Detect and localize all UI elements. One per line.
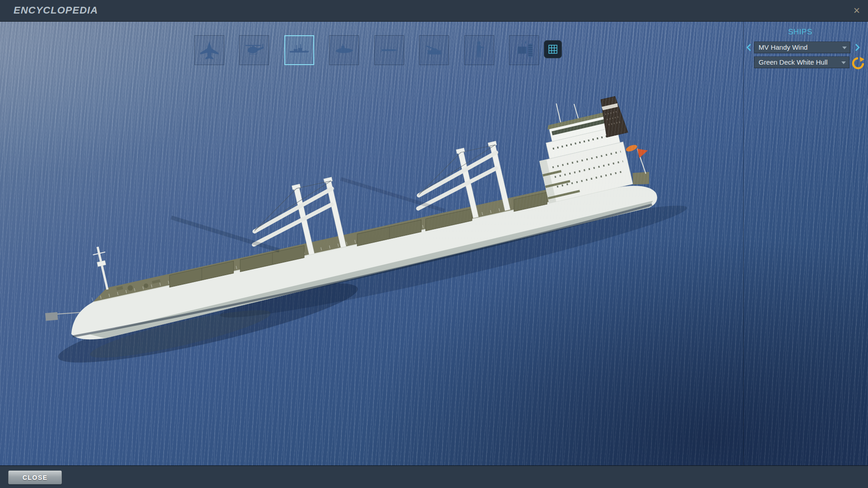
livery-select-value: Green Deck White Hull <box>759 58 828 66</box>
ships-panel: SHIPS MV Handy Wind Green Deck White Hul… <box>743 21 868 465</box>
category-infantry-button[interactable] <box>464 35 494 65</box>
tank-icon <box>424 40 444 61</box>
grid-view-icon <box>548 44 558 54</box>
category-toolbar <box>0 35 868 67</box>
livery-select[interactable]: Green Deck White Hull <box>754 56 849 68</box>
submarine-icon <box>334 40 354 61</box>
chevron-left-icon <box>746 43 751 52</box>
panel-title: SHIPS <box>744 28 857 37</box>
category-helicopters-button[interactable] <box>239 35 269 65</box>
category-vehicles-button[interactable] <box>419 35 449 65</box>
rotate-model-button[interactable] <box>851 56 865 70</box>
cargo-crane-icon <box>514 40 534 61</box>
category-submarines-button[interactable] <box>329 35 359 65</box>
category-airplanes-button[interactable] <box>194 35 224 65</box>
category-ships-button[interactable] <box>284 35 314 65</box>
soldier-icon <box>469 40 490 61</box>
model-viewport[interactable] <box>0 21 868 465</box>
missile-icon <box>379 40 400 61</box>
title-bar: ENCYCLOPEDIA ✕ <box>0 0 868 22</box>
close-icon[interactable]: ✕ <box>851 5 863 16</box>
next-unit-button[interactable] <box>853 42 861 53</box>
caret-down-icon <box>842 47 847 49</box>
helicopter-icon <box>244 40 264 61</box>
category-weapons-button[interactable] <box>374 35 404 65</box>
rotate-cw-icon <box>851 56 865 70</box>
previous-unit-button[interactable] <box>745 42 753 53</box>
caret-down-icon <box>841 61 846 64</box>
chevron-right-icon <box>855 43 860 52</box>
page-title: ENCYCLOPEDIA <box>14 5 98 16</box>
close-button[interactable]: CLOSE <box>8 470 62 484</box>
bottom-bar: CLOSE <box>0 465 868 488</box>
category-cargo-button[interactable] <box>509 35 539 65</box>
grid-view-button[interactable] <box>544 40 562 58</box>
fighter-jet-icon <box>199 40 220 61</box>
warship-icon <box>289 40 310 61</box>
unit-select[interactable]: MV Handy Wind <box>754 42 850 53</box>
unit-select-value: MV Handy Wind <box>759 43 807 51</box>
